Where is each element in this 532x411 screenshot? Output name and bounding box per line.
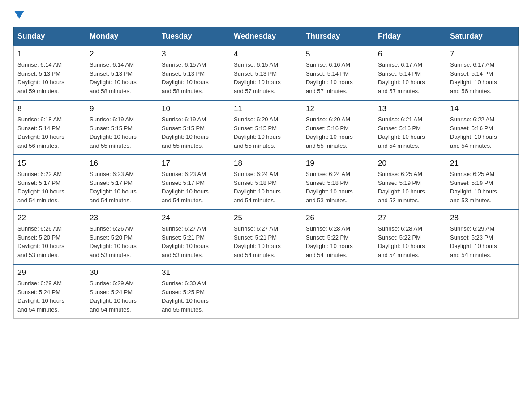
day-number: 1 xyxy=(17,50,82,59)
day-number: 21 xyxy=(450,159,515,168)
day-info: Sunrise: 6:20 AM Sunset: 5:16 PM Dayligh… xyxy=(306,115,370,150)
day-number: 28 xyxy=(450,214,515,223)
day-info: Sunrise: 6:28 AM Sunset: 5:22 PM Dayligh… xyxy=(306,224,370,259)
calendar-cell: 31 Sunrise: 6:30 AM Sunset: 5:25 PM Dayl… xyxy=(158,264,230,319)
day-info: Sunrise: 6:17 AM Sunset: 5:14 PM Dayligh… xyxy=(378,60,442,95)
day-number: 26 xyxy=(306,214,370,223)
logo-line1 xyxy=(13,9,24,19)
calendar-cell: 15 Sunrise: 6:22 AM Sunset: 5:17 PM Dayl… xyxy=(14,155,86,210)
day-info: Sunrise: 6:27 AM Sunset: 5:21 PM Dayligh… xyxy=(234,224,298,259)
day-number: 2 xyxy=(90,50,154,59)
day-number: 29 xyxy=(17,268,82,277)
calendar-cell: 8 Sunrise: 6:18 AM Sunset: 5:14 PM Dayli… xyxy=(14,100,86,155)
day-number: 30 xyxy=(90,268,154,277)
calendar-table: SundayMondayTuesdayWednesdayThursdayFrid… xyxy=(13,27,519,319)
calendar-cell: 19 Sunrise: 6:24 AM Sunset: 5:18 PM Dayl… xyxy=(302,155,374,210)
calendar-cell xyxy=(302,264,374,319)
day-info: Sunrise: 6:14 AM Sunset: 5:13 PM Dayligh… xyxy=(90,60,154,95)
calendar-cell xyxy=(230,264,302,319)
day-number: 19 xyxy=(306,159,370,168)
calendar-cell: 26 Sunrise: 6:28 AM Sunset: 5:22 PM Dayl… xyxy=(302,210,374,264)
calendar-cell: 22 Sunrise: 6:26 AM Sunset: 5:20 PM Dayl… xyxy=(14,210,86,264)
day-number: 15 xyxy=(17,159,82,168)
day-info: Sunrise: 6:25 AM Sunset: 5:19 PM Dayligh… xyxy=(378,170,442,205)
day-number: 6 xyxy=(378,50,442,59)
calendar-cell xyxy=(374,264,446,319)
day-number: 24 xyxy=(162,214,226,223)
day-info: Sunrise: 6:28 AM Sunset: 5:22 PM Dayligh… xyxy=(378,224,442,259)
day-info: Sunrise: 6:27 AM Sunset: 5:21 PM Dayligh… xyxy=(162,224,226,259)
day-info: Sunrise: 6:22 AM Sunset: 5:16 PM Dayligh… xyxy=(450,115,515,150)
calendar-cell: 16 Sunrise: 6:23 AM Sunset: 5:17 PM Dayl… xyxy=(86,155,158,210)
calendar-cell: 18 Sunrise: 6:24 AM Sunset: 5:18 PM Dayl… xyxy=(230,155,302,210)
week-row-2: 8 Sunrise: 6:18 AM Sunset: 5:14 PM Dayli… xyxy=(14,100,519,155)
day-info: Sunrise: 6:24 AM Sunset: 5:18 PM Dayligh… xyxy=(306,170,370,205)
calendar-cell: 23 Sunrise: 6:26 AM Sunset: 5:20 PM Dayl… xyxy=(86,210,158,264)
day-info: Sunrise: 6:15 AM Sunset: 5:13 PM Dayligh… xyxy=(234,60,298,95)
day-number: 4 xyxy=(234,50,298,59)
header-day-wednesday: Wednesday xyxy=(230,27,302,46)
day-number: 5 xyxy=(306,50,370,59)
day-number: 27 xyxy=(378,214,442,223)
day-number: 18 xyxy=(234,159,298,168)
header-day-thursday: Thursday xyxy=(302,27,374,46)
calendar-cell: 27 Sunrise: 6:28 AM Sunset: 5:22 PM Dayl… xyxy=(374,210,446,264)
calendar-cell: 13 Sunrise: 6:21 AM Sunset: 5:16 PM Dayl… xyxy=(374,100,446,155)
day-info: Sunrise: 6:25 AM Sunset: 5:19 PM Dayligh… xyxy=(450,170,515,205)
calendar-cell: 11 Sunrise: 6:20 AM Sunset: 5:15 PM Dayl… xyxy=(230,100,302,155)
day-info: Sunrise: 6:29 AM Sunset: 5:24 PM Dayligh… xyxy=(17,279,82,314)
day-info: Sunrise: 6:19 AM Sunset: 5:15 PM Dayligh… xyxy=(162,115,226,150)
week-row-5: 29 Sunrise: 6:29 AM Sunset: 5:24 PM Dayl… xyxy=(14,264,519,319)
day-number: 8 xyxy=(17,104,82,113)
calendar-cell: 10 Sunrise: 6:19 AM Sunset: 5:15 PM Dayl… xyxy=(158,100,230,155)
day-number: 16 xyxy=(90,159,154,168)
day-info: Sunrise: 6:20 AM Sunset: 5:15 PM Dayligh… xyxy=(234,115,298,150)
calendar-cell: 20 Sunrise: 6:25 AM Sunset: 5:19 PM Dayl… xyxy=(374,155,446,210)
day-info: Sunrise: 6:30 AM Sunset: 5:25 PM Dayligh… xyxy=(162,279,226,314)
calendar-cell: 5 Sunrise: 6:16 AM Sunset: 5:14 PM Dayli… xyxy=(302,46,374,100)
calendar-cell: 12 Sunrise: 6:20 AM Sunset: 5:16 PM Dayl… xyxy=(302,100,374,155)
week-row-1: 1 Sunrise: 6:14 AM Sunset: 5:13 PM Dayli… xyxy=(14,46,519,100)
day-number: 14 xyxy=(450,104,515,113)
calendar-cell: 2 Sunrise: 6:14 AM Sunset: 5:13 PM Dayli… xyxy=(86,46,158,100)
week-row-4: 22 Sunrise: 6:26 AM Sunset: 5:20 PM Dayl… xyxy=(14,210,519,264)
day-info: Sunrise: 6:24 AM Sunset: 5:18 PM Dayligh… xyxy=(234,170,298,205)
day-number: 3 xyxy=(162,50,226,59)
header-day-tuesday: Tuesday xyxy=(158,27,230,46)
header-day-friday: Friday xyxy=(374,27,446,46)
calendar-cell: 25 Sunrise: 6:27 AM Sunset: 5:21 PM Dayl… xyxy=(230,210,302,264)
logo xyxy=(13,9,24,19)
logo-triangle-icon xyxy=(14,11,24,19)
day-number: 12 xyxy=(306,104,370,113)
day-info: Sunrise: 6:23 AM Sunset: 5:17 PM Dayligh… xyxy=(162,170,226,205)
day-info: Sunrise: 6:26 AM Sunset: 5:20 PM Dayligh… xyxy=(90,224,154,259)
day-info: Sunrise: 6:18 AM Sunset: 5:14 PM Dayligh… xyxy=(17,115,82,150)
calendar-body: 1 Sunrise: 6:14 AM Sunset: 5:13 PM Dayli… xyxy=(14,46,519,319)
day-number: 9 xyxy=(90,104,154,113)
day-number: 23 xyxy=(90,214,154,223)
header-row: SundayMondayTuesdayWednesdayThursdayFrid… xyxy=(14,27,519,46)
calendar-cell: 14 Sunrise: 6:22 AM Sunset: 5:16 PM Dayl… xyxy=(446,100,519,155)
day-number: 7 xyxy=(450,50,515,59)
page-header xyxy=(13,9,519,19)
calendar-cell xyxy=(446,264,519,319)
day-info: Sunrise: 6:21 AM Sunset: 5:16 PM Dayligh… xyxy=(378,115,442,150)
calendar-cell: 1 Sunrise: 6:14 AM Sunset: 5:13 PM Dayli… xyxy=(14,46,86,100)
calendar-cell: 30 Sunrise: 6:29 AM Sunset: 5:24 PM Dayl… xyxy=(86,264,158,319)
day-info: Sunrise: 6:14 AM Sunset: 5:13 PM Dayligh… xyxy=(17,60,82,95)
calendar-cell: 29 Sunrise: 6:29 AM Sunset: 5:24 PM Dayl… xyxy=(14,264,86,319)
calendar-cell: 24 Sunrise: 6:27 AM Sunset: 5:21 PM Dayl… xyxy=(158,210,230,264)
header-day-monday: Monday xyxy=(86,27,158,46)
day-info: Sunrise: 6:26 AM Sunset: 5:20 PM Dayligh… xyxy=(17,224,82,259)
day-info: Sunrise: 6:19 AM Sunset: 5:15 PM Dayligh… xyxy=(90,115,154,150)
calendar-cell: 28 Sunrise: 6:29 AM Sunset: 5:23 PM Dayl… xyxy=(446,210,519,264)
day-info: Sunrise: 6:23 AM Sunset: 5:17 PM Dayligh… xyxy=(90,170,154,205)
svg-marker-0 xyxy=(14,11,24,19)
calendar-cell: 17 Sunrise: 6:23 AM Sunset: 5:17 PM Dayl… xyxy=(158,155,230,210)
day-info: Sunrise: 6:29 AM Sunset: 5:24 PM Dayligh… xyxy=(90,279,154,314)
calendar-cell: 9 Sunrise: 6:19 AM Sunset: 5:15 PM Dayli… xyxy=(86,100,158,155)
day-info: Sunrise: 6:16 AM Sunset: 5:14 PM Dayligh… xyxy=(306,60,370,95)
week-row-3: 15 Sunrise: 6:22 AM Sunset: 5:17 PM Dayl… xyxy=(14,155,519,210)
day-number: 10 xyxy=(162,104,226,113)
day-number: 17 xyxy=(162,159,226,168)
